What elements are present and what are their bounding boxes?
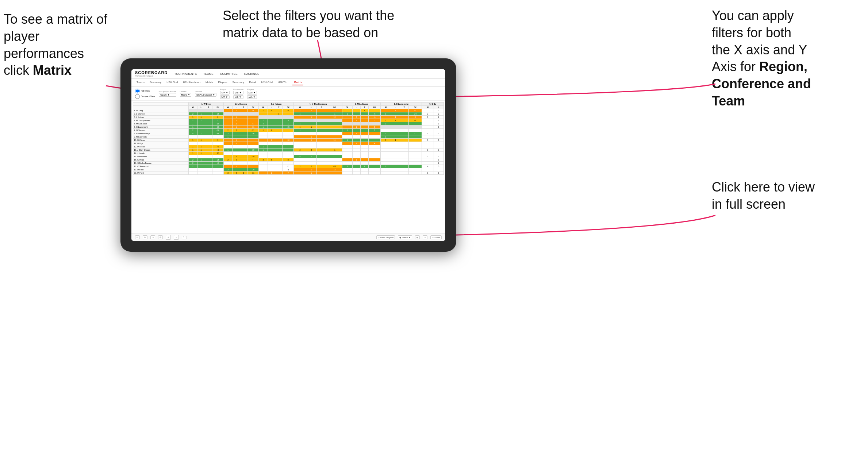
filter-players-select[interactable]: (All) ▼ <box>247 91 257 94</box>
matrix-cell <box>327 152 342 155</box>
matrix-cell <box>275 168 283 171</box>
filter-division-select[interactable]: NCAA Division I ▼ <box>195 93 216 97</box>
filter-players-select2[interactable]: (All) ▼ <box>247 95 257 99</box>
matrix-cell <box>422 126 434 129</box>
matrix-cell: 1 <box>233 116 240 119</box>
btn-undo[interactable]: ↺ <box>135 235 140 239</box>
btn-share[interactable]: ↗ Share <box>430 235 442 239</box>
btn-redo[interactable]: ↻ <box>143 235 147 239</box>
matrix-cell <box>223 116 233 119</box>
tab-matrix-active[interactable]: Matrix <box>292 80 303 85</box>
matrix-cell <box>316 126 327 129</box>
matrix-cell <box>275 148 283 152</box>
tab-teams[interactable]: Teams <box>135 80 146 85</box>
tab-h2h-grid2[interactable]: H2H Grid <box>260 80 274 85</box>
row-label: 1. W Ding <box>133 109 189 112</box>
btn-watch[interactable]: ◉ Watch ▼ <box>398 235 412 239</box>
matrix-cell <box>422 145 434 148</box>
matrix-cell: 1 <box>223 155 233 158</box>
matrix-cell <box>275 162 283 165</box>
btn-expand[interactable]: ⤢ <box>423 235 427 239</box>
matrix-cell <box>268 119 275 122</box>
filter-region-select2[interactable]: N/A ▼ <box>220 95 230 99</box>
matrix-cell <box>316 112 327 116</box>
matrix-cell: -11 <box>247 129 259 132</box>
matrix-cell: 3 <box>233 171 240 175</box>
nav-tournaments[interactable]: TOURNAMENTS <box>173 72 198 76</box>
matrix-cell: -11 <box>283 165 294 168</box>
btn-plus[interactable]: ＋ <box>166 235 171 240</box>
matrix-cell: -16 <box>212 112 223 116</box>
tab-h2hth[interactable]: H2HTh... <box>276 80 290 85</box>
ann-matrix-line3-prefix: click <box>4 63 33 78</box>
matrix-cell <box>369 158 381 162</box>
matrix-cell: 1 <box>352 126 360 129</box>
tab-summary2[interactable]: Summary <box>231 80 245 85</box>
matrix-cell <box>391 122 400 126</box>
matrix-cell: 1 <box>422 148 434 152</box>
matrix-cell: 1 <box>268 139 275 142</box>
matrix-cell <box>240 135 247 139</box>
tab-h2h-heatmap[interactable]: H2H Heatmap <box>181 80 202 85</box>
table-row: 3. J Koivun11211134111312 <box>133 116 444 119</box>
filter-max-players-select[interactable]: Top 25 ▼ <box>159 93 176 97</box>
matrix-cell <box>268 168 275 171</box>
matrix-cell: 1 <box>381 132 391 135</box>
matrix-cell <box>400 129 408 132</box>
matrix-cell <box>233 145 240 148</box>
watch-icon: ◉ <box>399 236 401 239</box>
filter-gender-select[interactable]: Men's ▼ <box>180 93 192 97</box>
matrix-cell <box>233 168 240 171</box>
matrix-cell: 2 <box>306 109 316 112</box>
btn-view-original[interactable]: ▷ View: Original <box>376 235 395 239</box>
matrix-cell <box>205 132 212 135</box>
matrix-cell <box>327 132 342 135</box>
nav-rankings[interactable]: RANKINGS <box>243 72 261 76</box>
matrix-cell <box>408 126 422 129</box>
tab-matrix[interactable]: Matrix <box>204 80 214 85</box>
row-label: 8. P Summerhays <box>133 132 189 135</box>
row-label: 17. S De La Fuente <box>133 162 189 165</box>
view-compact-radio[interactable] <box>135 94 140 99</box>
filter-conference-select2[interactable]: (All) ▼ <box>233 95 243 99</box>
tab-h2h-grid[interactable]: H2H Grid <box>165 80 179 85</box>
matrix-cell: 2 <box>188 119 197 122</box>
matrix-cell <box>408 139 422 142</box>
tab-players[interactable]: Players <box>216 80 228 85</box>
matrix-cell <box>259 132 268 135</box>
matrix-cell <box>408 162 422 165</box>
tab-summary[interactable]: Summary <box>148 80 163 85</box>
matrix-cell <box>268 126 275 129</box>
matrix-cell <box>275 142 283 145</box>
matrix-cell: 4 <box>369 142 381 145</box>
matrix-cell <box>408 171 422 175</box>
tab-detail[interactable]: Detail <box>248 80 258 85</box>
view-full-radio[interactable] <box>135 89 140 93</box>
col-header-3: 3. J Koivun <box>259 103 294 106</box>
btn-minus[interactable]: － <box>174 235 179 240</box>
matrix-cell <box>294 145 306 148</box>
matrix-cell: 1 <box>197 119 205 122</box>
matrix-cell <box>316 132 327 135</box>
matrix-cell <box>275 171 283 175</box>
btn-fullscreen[interactable]: ⛶ <box>182 236 187 239</box>
matrix-cell <box>247 139 259 142</box>
matrix-cell <box>240 165 247 168</box>
view-full[interactable]: Full View <box>135 89 155 93</box>
matrix-cell <box>361 126 369 129</box>
btn-refresh[interactable]: ⟳ <box>150 235 155 239</box>
nav-committee[interactable]: COMMITTEE <box>219 72 239 76</box>
matrix-cell <box>352 122 360 126</box>
view-compact[interactable]: Compact View <box>135 94 155 99</box>
btn-grid[interactable]: ⊞ <box>415 235 420 239</box>
nav-teams[interactable]: TEAMS <box>202 72 215 76</box>
filter-conference-select[interactable]: (All) ▼ <box>233 91 243 94</box>
matrix-cell <box>316 171 327 175</box>
matrix-cell <box>400 155 408 158</box>
matrix-cell <box>342 119 352 122</box>
matrix-cell: 1 <box>434 126 443 129</box>
btn-settings[interactable]: ⚙ <box>158 235 163 239</box>
matrix-cell <box>342 132 352 135</box>
matrix-cell: 15 <box>212 122 223 126</box>
filter-region-select[interactable]: N/A ▼ <box>220 91 230 94</box>
